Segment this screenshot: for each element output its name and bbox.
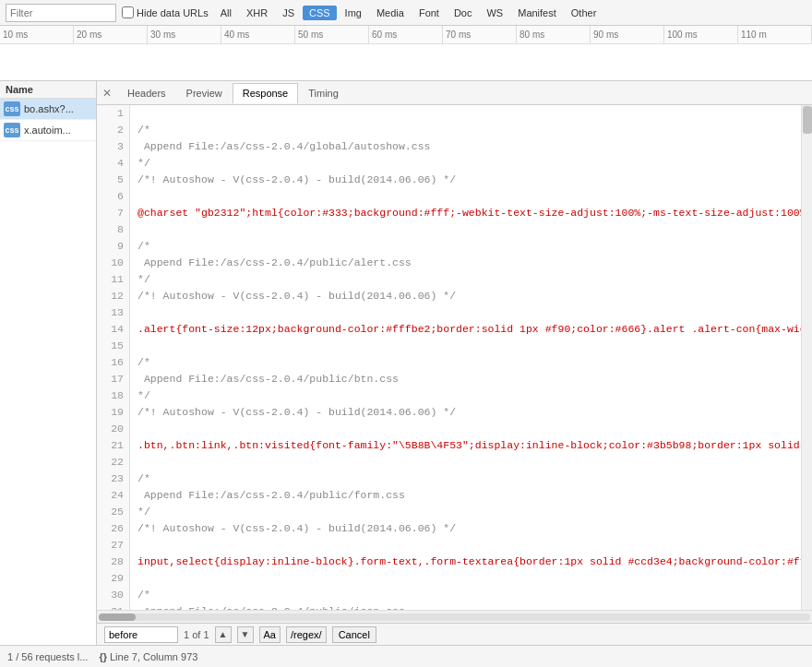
close-button[interactable]: ✕ bbox=[99, 85, 115, 101]
filter-tab-manifest[interactable]: Manifest bbox=[511, 6, 563, 20]
filter-tab-xhr[interactable]: XHR bbox=[240, 6, 274, 20]
filter-tab-css[interactable]: CSS bbox=[303, 6, 337, 20]
code-line: .alert{font-size:12px;background-color:#… bbox=[137, 321, 801, 338]
detail-tab-headers[interactable]: Headers bbox=[117, 83, 176, 102]
hscrollbar-thumb[interactable] bbox=[99, 613, 136, 621]
requests-list: cssbo.ashx?...cssx.autoim... bbox=[0, 99, 96, 645]
timeline-tick: 50 ms bbox=[295, 26, 369, 43]
line-number: 25 bbox=[97, 504, 124, 520]
detail-tabs: ✕ HeadersPreviewResponseTiming bbox=[97, 81, 812, 105]
regex-button[interactable]: /regex/ bbox=[286, 626, 327, 643]
line-number: 1 bbox=[97, 105, 124, 122]
code-line: /* bbox=[137, 587, 801, 603]
code-content: 1234567891011121314151617181920212223242… bbox=[97, 105, 812, 610]
code-lines: /* Append File:/as/css-2.0.4/global/auto… bbox=[130, 105, 801, 610]
code-line: @charset "gb2312";html{color:#333;backgr… bbox=[137, 205, 801, 221]
vscrollbar-thumb[interactable] bbox=[803, 106, 812, 134]
search-input[interactable] bbox=[104, 626, 178, 643]
line-number: 13 bbox=[97, 304, 124, 321]
cancel-search-button[interactable]: Cancel bbox=[332, 626, 376, 643]
request-item[interactable]: cssbo.ashx?... bbox=[0, 99, 96, 120]
requests-header: Name bbox=[0, 81, 96, 99]
request-item[interactable]: cssx.autoim... bbox=[0, 120, 96, 141]
code-line: /* bbox=[137, 122, 801, 138]
code-line: Append File:/as/css-2.0.4/global/autosho… bbox=[137, 138, 801, 155]
timeline: 10 ms20 ms30 ms40 ms50 ms60 ms70 ms80 ms… bbox=[0, 26, 812, 81]
line-number: 18 bbox=[97, 387, 124, 404]
detail-tab-timing[interactable]: Timing bbox=[298, 83, 349, 102]
detail-tab-preview[interactable]: Preview bbox=[176, 83, 233, 102]
request-name: bo.ashx?... bbox=[24, 103, 74, 114]
timeline-tick: 20 ms bbox=[74, 26, 148, 43]
horizontal-scrollbar[interactable] bbox=[97, 610, 812, 623]
line-numbers: 1234567891011121314151617181920212223242… bbox=[97, 105, 130, 610]
code-line: /*! Autoshow - V(css-2.0.4) - build(2014… bbox=[137, 288, 801, 304]
line-number: 7 bbox=[97, 205, 124, 221]
timeline-tick: 40 ms bbox=[221, 26, 295, 43]
prev-match-button[interactable]: ▲ bbox=[215, 626, 232, 643]
code-line bbox=[137, 188, 801, 205]
code-line: Append File:/as/css-2.0.4/public/icon.cs… bbox=[137, 603, 801, 610]
code-line bbox=[137, 537, 801, 554]
filter-tab-doc[interactable]: Doc bbox=[448, 6, 479, 20]
line-number: 3 bbox=[97, 138, 124, 155]
toolbar: Hide data URLs AllXHRJSCSSImgMediaFontDo… bbox=[0, 0, 812, 26]
line-number: 24 bbox=[97, 487, 124, 504]
filter-tab-all[interactable]: All bbox=[214, 6, 238, 20]
code-line: */ bbox=[137, 387, 801, 404]
line-number: 22 bbox=[97, 454, 124, 470]
code-line bbox=[137, 454, 801, 470]
timeline-tick: 90 ms bbox=[591, 26, 664, 43]
code-line bbox=[137, 570, 801, 587]
code-line: /* bbox=[137, 354, 801, 371]
code-line bbox=[137, 304, 801, 321]
cursor-position: {} Line 7, Column 973 bbox=[99, 651, 197, 662]
filter-tab-other[interactable]: Other bbox=[565, 6, 603, 20]
json-icon: {} bbox=[99, 651, 107, 662]
request-name: x.autoim... bbox=[24, 125, 71, 136]
line-info: Line 7, Column 973 bbox=[110, 651, 197, 662]
filter-tab-img[interactable]: Img bbox=[339, 6, 368, 20]
line-number: 16 bbox=[97, 354, 124, 371]
code-line: */ bbox=[137, 155, 801, 172]
css-type-icon: css bbox=[4, 101, 20, 116]
detail-tab-response[interactable]: Response bbox=[233, 83, 299, 103]
filter-tab-media[interactable]: Media bbox=[370, 6, 411, 20]
line-number: 29 bbox=[97, 570, 124, 587]
code-line: /*! Autoshow - V(css-2.0.4) - build(2014… bbox=[137, 520, 801, 537]
timeline-tick: 60 ms bbox=[369, 26, 443, 43]
code-line: */ bbox=[137, 271, 801, 288]
timeline-ruler: 10 ms20 ms30 ms40 ms50 ms60 ms70 ms80 ms… bbox=[0, 26, 812, 44]
code-line bbox=[137, 221, 801, 238]
line-number: 30 bbox=[97, 587, 124, 603]
line-number: 9 bbox=[97, 238, 124, 255]
next-match-button[interactable]: ▼ bbox=[237, 626, 254, 643]
requests-panel: Name cssbo.ashx?...cssx.autoim... bbox=[0, 81, 97, 645]
code-line: /* bbox=[137, 238, 801, 255]
css-type-icon: css bbox=[4, 123, 20, 137]
line-number: 27 bbox=[97, 537, 124, 554]
line-number: 28 bbox=[97, 554, 124, 570]
detail-tabs-container: HeadersPreviewResponseTiming bbox=[117, 83, 349, 102]
vertical-scrollbar[interactable] bbox=[801, 105, 812, 610]
filter-input[interactable] bbox=[6, 4, 116, 22]
main-area: Name cssbo.ashx?...cssx.autoim... ✕ Head… bbox=[0, 81, 812, 645]
status-bar: 1 / 56 requests l... {} Line 7, Column 9… bbox=[0, 645, 812, 667]
line-number: 23 bbox=[97, 470, 124, 487]
line-number: 20 bbox=[97, 421, 124, 437]
hide-data-urls-checkbox[interactable] bbox=[122, 6, 134, 18]
filter-tab-font[interactable]: Font bbox=[412, 6, 446, 20]
code-line: /*! Autoshow - V(css-2.0.4) - build(2014… bbox=[137, 404, 801, 421]
filter-tab-ws[interactable]: WS bbox=[480, 6, 509, 20]
code-line: Append File:/as/css-2.0.4/public/btn.css bbox=[137, 371, 801, 387]
code-line: */ bbox=[137, 504, 801, 520]
timeline-tick: 30 ms bbox=[148, 26, 221, 43]
hide-data-urls-label: Hide data URLs bbox=[122, 6, 209, 18]
code-viewer: 1234567891011121314151617181920212223242… bbox=[97, 105, 812, 623]
case-sensitive-button[interactable]: Aa bbox=[259, 626, 281, 643]
line-number: 4 bbox=[97, 155, 124, 172]
timeline-tick: 110 m bbox=[738, 26, 812, 43]
filter-tabs: AllXHRJSCSSImgMediaFontDocWSManifestOthe… bbox=[214, 6, 603, 20]
filter-tab-js[interactable]: JS bbox=[276, 6, 301, 20]
line-number: 19 bbox=[97, 404, 124, 421]
